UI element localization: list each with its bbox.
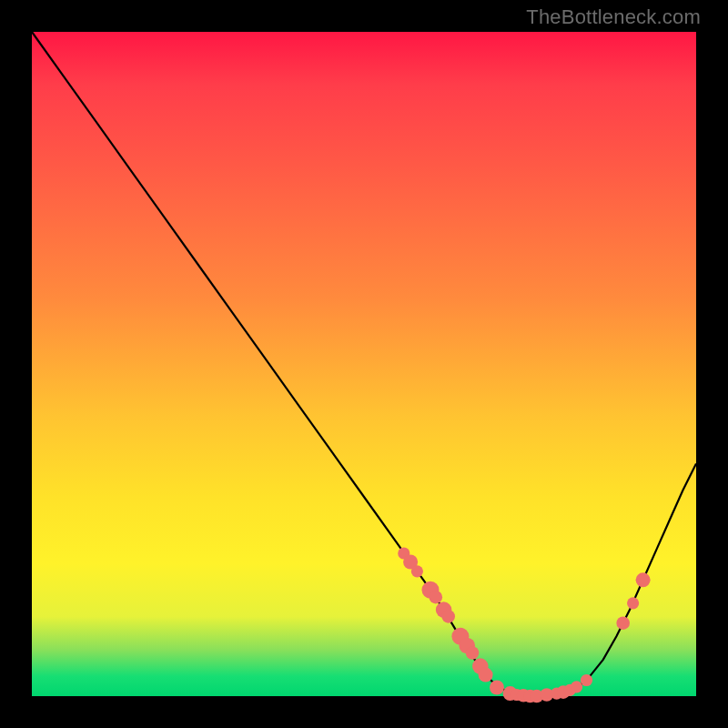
- markers-group: [398, 547, 650, 703]
- data-marker: [581, 674, 592, 686]
- watermark-text: TheBottleneck.com: [526, 5, 701, 29]
- data-marker: [411, 565, 423, 577]
- data-marker: [479, 668, 493, 682]
- data-marker: [430, 591, 443, 604]
- data-marker: [490, 681, 504, 695]
- bottleneck-curve: [32, 32, 696, 696]
- chart-stage: TheBottleneck.com: [0, 0, 728, 728]
- data-marker: [616, 616, 630, 630]
- data-marker: [627, 597, 639, 609]
- data-marker: [571, 681, 582, 693]
- data-marker: [636, 572, 651, 587]
- data-marker: [466, 646, 480, 660]
- chart-overlay-svg: [32, 32, 696, 696]
- data-marker: [441, 610, 455, 623]
